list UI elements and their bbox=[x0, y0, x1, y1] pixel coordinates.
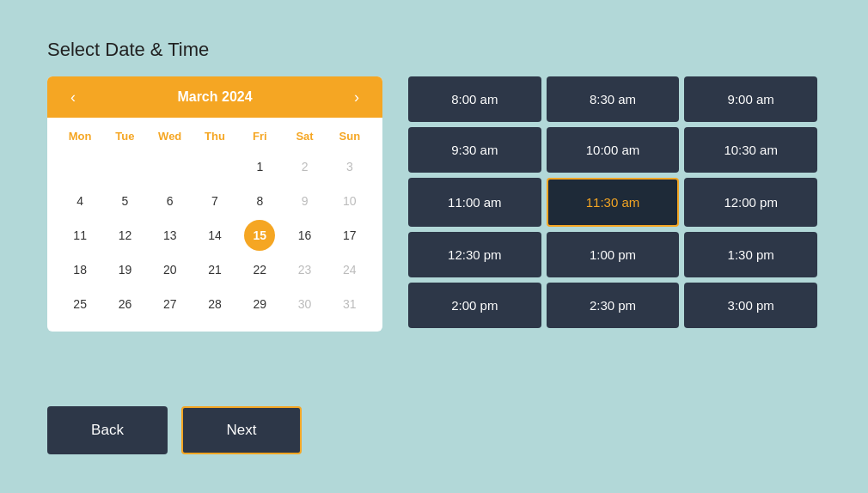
calendar-day: 23 bbox=[290, 254, 321, 285]
calendar-day[interactable]: 27 bbox=[155, 289, 186, 320]
calendar-day bbox=[109, 151, 140, 182]
calendar-grid: Mon Tue Wed Thu Fri Sat Sun 123456789101… bbox=[47, 118, 382, 332]
calendar-day[interactable]: 28 bbox=[199, 289, 230, 320]
weekday-mon: Mon bbox=[58, 126, 102, 146]
next-month-button[interactable]: › bbox=[345, 85, 369, 109]
calendar-day: 30 bbox=[290, 289, 321, 320]
calendar-day[interactable]: 4 bbox=[64, 186, 95, 216]
calendar-day[interactable]: 22 bbox=[244, 254, 275, 285]
calendar-day bbox=[155, 151, 186, 182]
calendar-month-label: March 2024 bbox=[177, 89, 252, 105]
time-slots-grid: 8:00 am8:30 am9:00 am9:30 am10:00 am10:3… bbox=[408, 76, 817, 328]
calendar-day[interactable]: 17 bbox=[334, 220, 365, 251]
time-slot[interactable]: 9:00 am bbox=[684, 76, 817, 122]
calendar-day[interactable]: 18 bbox=[64, 254, 95, 285]
main-content: ‹ March 2024 › Mon Tue Wed Thu Fri Sat S… bbox=[47, 76, 821, 386]
calendar-header: ‹ March 2024 › bbox=[47, 76, 382, 118]
button-row: Back Next bbox=[47, 406, 821, 454]
weekday-tue: Tue bbox=[102, 126, 147, 146]
weekday-sun: Sun bbox=[327, 126, 372, 146]
weekday-wed: Wed bbox=[148, 126, 193, 146]
calendar-day[interactable]: 12 bbox=[109, 220, 140, 251]
time-slot[interactable]: 11:30 am bbox=[547, 178, 680, 227]
back-button[interactable]: Back bbox=[47, 406, 168, 454]
time-slots-wrapper[interactable]: 8:00 am8:30 am9:00 am9:30 am10:00 am10:3… bbox=[408, 76, 821, 386]
page-title: Select Date & Time bbox=[47, 39, 821, 61]
time-slot[interactable]: 12:30 pm bbox=[408, 232, 541, 277]
prev-month-button[interactable]: ‹ bbox=[61, 85, 85, 109]
weekday-fri: Fri bbox=[237, 126, 282, 146]
page-container: Select Date & Time ‹ March 2024 › Mon Tu… bbox=[21, 21, 847, 472]
calendar-day[interactable]: 14 bbox=[199, 220, 230, 251]
calendar-weekdays: Mon Tue Wed Thu Fri Sat Sun bbox=[58, 126, 372, 146]
calendar-day[interactable]: 16 bbox=[290, 220, 321, 251]
calendar-day: 10 bbox=[334, 186, 365, 216]
calendar-day[interactable]: 11 bbox=[64, 220, 95, 251]
time-slot[interactable]: 2:30 pm bbox=[547, 283, 680, 328]
calendar-day[interactable]: 5 bbox=[109, 186, 140, 216]
time-slot[interactable]: 2:00 pm bbox=[408, 283, 541, 328]
calendar-day[interactable]: 19 bbox=[109, 254, 140, 285]
weekday-sat: Sat bbox=[282, 126, 327, 146]
calendar-day[interactable]: 8 bbox=[244, 186, 275, 216]
calendar-day[interactable]: 13 bbox=[155, 220, 186, 251]
time-slot[interactable]: 9:30 am bbox=[408, 127, 541, 173]
calendar-day[interactable]: 26 bbox=[109, 289, 140, 320]
calendar-day[interactable]: 20 bbox=[155, 254, 186, 285]
calendar: ‹ March 2024 › Mon Tue Wed Thu Fri Sat S… bbox=[47, 76, 382, 332]
time-slot[interactable]: 8:30 am bbox=[547, 76, 680, 122]
time-slot[interactable]: 10:30 am bbox=[684, 127, 817, 173]
calendar-day[interactable]: 21 bbox=[199, 254, 230, 285]
time-slot[interactable]: 11:00 am bbox=[408, 178, 541, 227]
calendar-day: 3 bbox=[334, 151, 365, 182]
calendar-day[interactable]: 25 bbox=[64, 289, 95, 320]
next-button[interactable]: Next bbox=[181, 406, 302, 454]
time-slot[interactable]: 3:00 pm bbox=[684, 283, 817, 328]
calendar-day[interactable]: 1 bbox=[244, 151, 275, 182]
calendar-day: 9 bbox=[290, 186, 321, 216]
calendar-day[interactable]: 7 bbox=[199, 186, 230, 216]
calendar-day: 31 bbox=[334, 289, 365, 320]
time-slot[interactable]: 10:00 am bbox=[547, 127, 680, 173]
time-slot[interactable]: 1:30 pm bbox=[684, 232, 817, 277]
calendar-day[interactable]: 15 bbox=[244, 220, 275, 251]
time-slot[interactable]: 1:00 pm bbox=[547, 232, 680, 277]
calendar-day bbox=[64, 151, 95, 182]
calendar-day[interactable]: 6 bbox=[155, 186, 186, 216]
calendar-day[interactable]: 29 bbox=[244, 289, 275, 320]
time-slot[interactable]: 12:00 pm bbox=[684, 178, 817, 227]
time-slot[interactable]: 8:00 am bbox=[408, 76, 541, 122]
weekday-thu: Thu bbox=[193, 126, 237, 146]
calendar-day bbox=[199, 151, 230, 182]
calendar-days: 1234567891011121314151617181920212223242… bbox=[58, 151, 372, 320]
calendar-day: 2 bbox=[290, 151, 321, 182]
calendar-day: 24 bbox=[334, 254, 365, 285]
